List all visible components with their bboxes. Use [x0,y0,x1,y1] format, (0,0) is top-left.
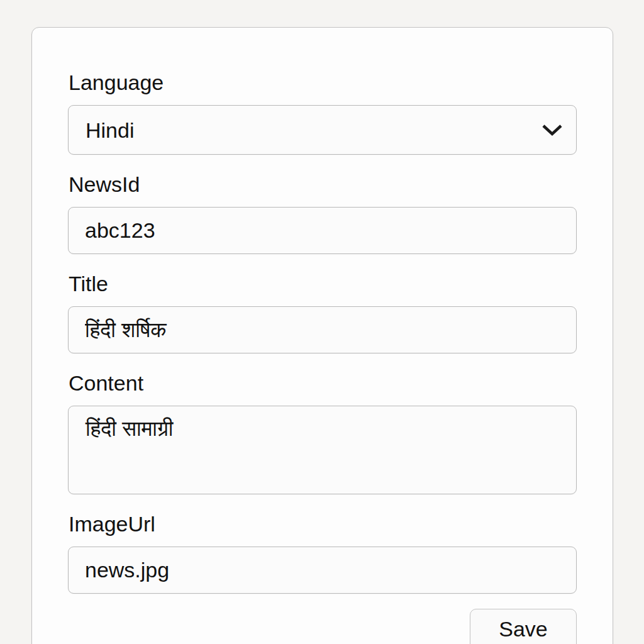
title-label: Title [69,269,577,298]
title-input[interactable] [68,306,577,353]
news-form-card: Language Hindi NewsId Title Content हिंद… [31,27,613,644]
content-textarea[interactable]: हिंदी सामाग्री [68,406,577,494]
newsid-label: NewsId [69,170,577,199]
language-select-wrap: Hindi [68,105,577,155]
content-label: Content [69,369,577,397]
newsid-input[interactable] [68,207,577,254]
imageurl-label: ImageUrl [69,509,577,538]
save-button[interactable]: Save [470,609,577,644]
form-actions: Save [68,609,577,644]
language-label: Language [69,68,577,97]
language-select[interactable]: Hindi [68,105,577,155]
imageurl-input[interactable] [68,547,577,594]
